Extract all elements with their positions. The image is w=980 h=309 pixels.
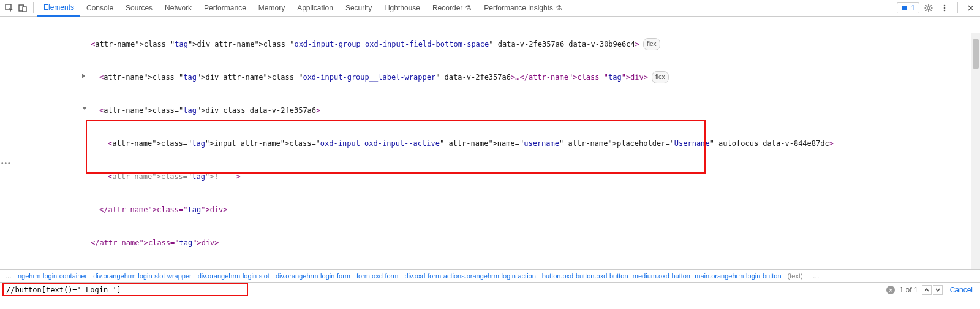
- svg-point-14: [944, 7, 946, 9]
- crumb[interactable]: form.oxd-form: [356, 272, 398, 280]
- dom-line[interactable]: <attr-name">class="tag">div class data-v…: [91, 105, 980, 116]
- search-next-button[interactable]: [933, 285, 943, 295]
- dom-line[interactable]: <attr-name">class="tag">!---->: [91, 171, 980, 182]
- vertical-scrollbar[interactable]: [971, 33, 980, 270]
- issues-count: 1: [911, 4, 915, 12]
- svg-point-4: [927, 7, 930, 9]
- gutter-dots: •••: [1, 160, 12, 167]
- issues-button[interactable]: 1: [897, 2, 919, 13]
- crumb[interactable]: div.orangehrm-login-slot: [198, 272, 270, 280]
- tab-security[interactable]: Security: [339, 0, 378, 17]
- svg-line-9: [925, 5, 927, 6]
- crumb[interactable]: button.oxd-button.oxd-button--medium.oxd…: [542, 272, 782, 280]
- tab-network[interactable]: Network: [159, 0, 198, 17]
- breadcrumb-ellipsis[interactable]: …: [813, 272, 820, 280]
- tab-console[interactable]: Console: [80, 0, 119, 17]
- devtools-tabbar: Elements Console Sources Network Perform…: [0, 0, 980, 17]
- dom-line[interactable]: </attr-name">class="tag">div>: [91, 204, 980, 215]
- flask-icon: ⚗: [556, 4, 562, 12]
- collapse-toggle[interactable]: [82, 107, 87, 110]
- dom-search-bar: ✕ 1 of 1 Cancel: [0, 283, 980, 297]
- dom-line[interactable]: <attr-name">class="tag">input attr-name"…: [91, 138, 980, 149]
- crumb[interactable]: div.orangehrm-login-slot-wrapper: [93, 272, 192, 280]
- tab-perf-insights[interactable]: Performance insights⚗: [478, 0, 568, 17]
- tab-lighthouse[interactable]: Lighthouse: [378, 0, 426, 17]
- crumb-text[interactable]: (text): [788, 272, 803, 280]
- dom-tree-panel[interactable]: ••• <attr-name">class="tag">div attr-nam…: [0, 17, 980, 270]
- tab-performance[interactable]: Performance: [198, 0, 252, 17]
- crumb[interactable]: ngehrm-login-container: [18, 272, 87, 280]
- svg-line-12: [925, 10, 927, 11]
- dom-content: <attr-name">class="tag">div attr-name">c…: [0, 17, 980, 270]
- separator: [957, 2, 958, 13]
- breadcrumb-ellipsis[interactable]: …: [5, 272, 12, 280]
- svg-point-13: [944, 5, 946, 7]
- svg-line-11: [930, 5, 932, 6]
- svg-point-15: [944, 10, 946, 12]
- search-cancel-button[interactable]: Cancel: [950, 286, 973, 294]
- flex-badge[interactable]: flex: [643, 38, 660, 50]
- expand-toggle[interactable]: [82, 74, 85, 78]
- svg-line-10: [930, 10, 932, 11]
- tab-application[interactable]: Application: [291, 0, 339, 17]
- device-toggle-icon[interactable]: [16, 1, 29, 15]
- crumb[interactable]: div.oxd-form-actions.orangehrm-login-act…: [404, 272, 535, 280]
- inspect-icon[interactable]: [2, 1, 16, 15]
- tab-memory[interactable]: Memory: [252, 0, 291, 17]
- dom-line[interactable]: <attr-name">class="tag">div attr-name">c…: [91, 39, 980, 50]
- tab-elements[interactable]: Elements: [37, 0, 80, 17]
- separator: [33, 2, 34, 13]
- svg-rect-3: [902, 6, 907, 10]
- gear-icon[interactable]: [922, 1, 935, 15]
- dom-line[interactable]: </attr-name">class="tag">div>: [91, 237, 980, 248]
- crumb[interactable]: div.orangehrm-login-form: [276, 272, 350, 280]
- kebab-icon[interactable]: [938, 1, 951, 15]
- dom-line[interactable]: <attr-name">class="tag">div attr-name">c…: [91, 72, 980, 83]
- flask-icon: ⚗: [465, 4, 472, 12]
- dom-search-input[interactable]: [4, 284, 247, 296]
- search-match-count: 1 of 1: [900, 286, 918, 294]
- close-icon[interactable]: [964, 1, 978, 15]
- dom-breadcrumb[interactable]: … ngehrm-login-container div.orangehrm-l…: [0, 270, 980, 283]
- search-prev-button[interactable]: [922, 285, 932, 295]
- clear-search-icon[interactable]: ✕: [886, 286, 895, 294]
- issue-icon: [901, 4, 908, 12]
- flex-badge[interactable]: flex: [652, 71, 669, 83]
- tab-recorder[interactable]: Recorder⚗: [426, 0, 478, 17]
- svg-rect-2: [23, 7, 26, 12]
- tab-sources[interactable]: Sources: [119, 0, 159, 17]
- scrollbar-thumb[interactable]: [973, 39, 979, 69]
